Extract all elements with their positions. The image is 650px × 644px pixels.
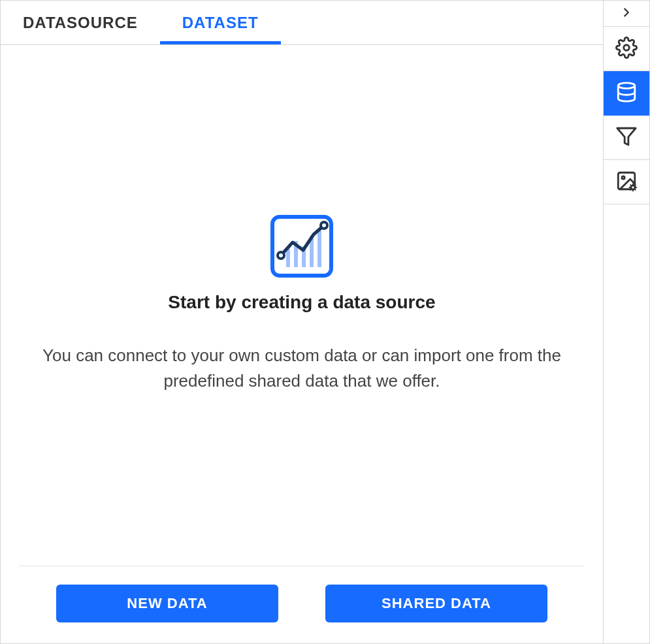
main-panel: DATASOURCE DATASET Start — [1, 1, 604, 643]
sidebar-item-image[interactable] — [604, 160, 649, 204]
sidebar-item-filter[interactable] — [604, 116, 649, 160]
svg-point-5 — [278, 252, 284, 259]
picture-gear-icon — [615, 170, 638, 195]
svg-point-7 — [624, 44, 630, 50]
right-sidebar — [604, 1, 649, 643]
tab-dataset[interactable]: DATASET — [160, 1, 281, 44]
database-icon — [615, 81, 638, 106]
chevron-right-icon — [619, 5, 634, 22]
tab-bar: DATASOURCE DATASET — [1, 1, 603, 45]
gear-icon — [615, 37, 638, 61]
tab-datasource[interactable]: DATASOURCE — [1, 1, 160, 44]
chart-icon — [270, 215, 333, 278]
sidebar-item-data[interactable] — [604, 71, 649, 116]
funnel-icon — [615, 125, 638, 150]
svg-rect-0 — [286, 249, 290, 267]
svg-marker-9 — [617, 128, 636, 145]
footer-actions: NEW DATA SHARED DATA — [19, 566, 585, 643]
svg-point-8 — [618, 82, 635, 88]
svg-point-11 — [622, 176, 625, 178]
empty-state-description: You can connect to your own custom data … — [21, 343, 583, 394]
sidebar-item-settings[interactable] — [604, 27, 649, 71]
new-data-button[interactable]: NEW DATA — [56, 585, 278, 622]
shared-data-button[interactable]: SHARED DATA — [325, 585, 547, 622]
app-root: DATASOURCE DATASET Start — [0, 0, 650, 644]
empty-state-title: Start by creating a data source — [168, 292, 435, 313]
content-area: Start by creating a data source You can … — [1, 45, 603, 643]
svg-rect-4 — [317, 231, 321, 267]
sidebar-item-collapse[interactable] — [604, 1, 649, 27]
empty-state: Start by creating a data source You can … — [19, 45, 585, 566]
svg-point-6 — [321, 222, 327, 229]
